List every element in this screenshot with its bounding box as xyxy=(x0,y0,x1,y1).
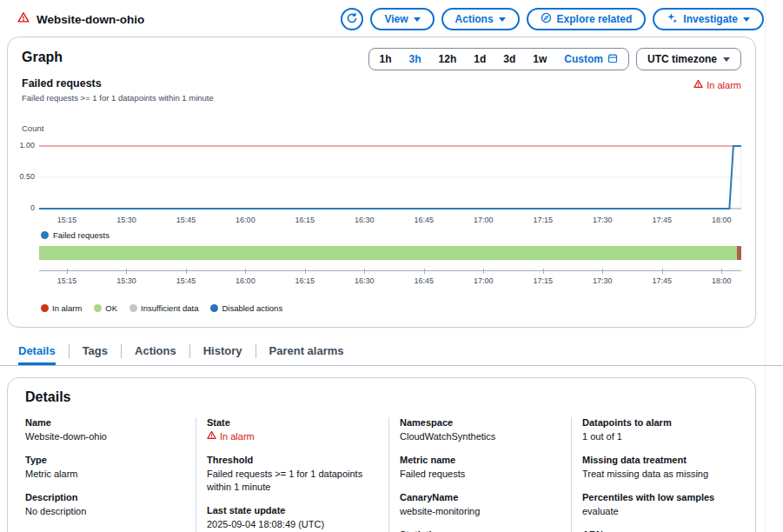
series-legend-item[interactable]: Failed requests xyxy=(39,230,741,240)
refresh-button[interactable] xyxy=(341,8,363,30)
time-range-1d[interactable]: 1d xyxy=(465,49,494,70)
time-range-1h[interactable]: 1h xyxy=(371,49,401,70)
timezone-select[interactable]: UTC timezone xyxy=(636,48,741,70)
x-tick-label: 16:45 xyxy=(415,216,435,224)
details-column: NameWebsite-down-ohioTypeMetric alarmDes… xyxy=(25,417,196,532)
actions-button[interactable]: Actions xyxy=(441,8,520,30)
in-alarm-badge: In alarm xyxy=(693,79,741,90)
series-legend-dot xyxy=(41,231,49,239)
details-column: NamespaceCloudWatchSyntheticsMetric name… xyxy=(389,417,572,532)
plot-area: 1.000.500 15:1515:3015:4516:0016:1516:30… xyxy=(39,139,741,313)
details-column: Datapoints to alarm1 out of 1Missing dat… xyxy=(572,417,773,532)
band-segment-in-alarm xyxy=(737,246,741,260)
time-range-1w[interactable]: 1w xyxy=(524,49,555,70)
field-percentiles-with-low-samples: Percentiles with low samplesevaluate xyxy=(582,492,760,518)
explore-related-icon xyxy=(541,12,552,26)
x-tick-label: 18:00 xyxy=(712,276,732,285)
time-range-3h[interactable]: 3h xyxy=(401,49,430,70)
scrollbar-track[interactable] xyxy=(765,0,766,532)
investigate-button[interactable]: Investigate xyxy=(653,8,764,30)
field-state: StateIn alarm xyxy=(207,417,376,443)
field-type: TypeMetric alarm xyxy=(25,455,183,481)
y-tick-label: 0 xyxy=(30,203,35,213)
explore-related-button[interactable]: Explore related xyxy=(527,8,647,30)
x-tick-label: 16:00 xyxy=(236,216,255,224)
time-range-3d[interactable]: 3d xyxy=(494,49,524,70)
metric-header-row: Failed requests Failed requests >= 1 for… xyxy=(22,77,741,103)
x-tick-label: 17:15 xyxy=(533,276,553,285)
state-legend-in-alarm: In alarm xyxy=(41,303,82,313)
field-canaryname: CanaryNamewebsite-monitoring xyxy=(400,492,559,518)
field-value: In alarm xyxy=(220,430,255,443)
tab-parent-alarms[interactable]: Parent alarms xyxy=(269,344,344,365)
chevron-down-icon xyxy=(414,17,421,22)
field-label: Metric name xyxy=(400,455,559,465)
graph-header: Graph 1h3h12h1d3d1wCustom UTC timezone xyxy=(22,48,741,70)
tick-mark xyxy=(126,269,127,274)
x-tick-label: 17:30 xyxy=(593,216,613,224)
field-value: Failed requests >= 1 for 1 datapoints wi… xyxy=(207,468,376,494)
time-range-custom[interactable]: Custom xyxy=(555,49,627,70)
field-last-state-update: Last state update2025-09-04 18:08:49 (UT… xyxy=(207,505,376,531)
field-threshold: ThresholdFailed requests >= 1 for 1 data… xyxy=(207,455,376,494)
legend-dot xyxy=(94,304,102,312)
series-legend-label: Failed requests xyxy=(53,230,109,240)
alarm-warning-icon xyxy=(207,430,216,443)
y-tick-label: 0.50 xyxy=(19,172,35,182)
field-metric-name: Metric nameFailed requests xyxy=(400,455,559,481)
field-value: 2025-09-04 18:08:49 (UTC) xyxy=(207,518,376,531)
tick-mark xyxy=(602,269,603,274)
tab-divider xyxy=(69,344,70,358)
metric-chart[interactable] xyxy=(39,139,741,212)
tab-details[interactable]: Details xyxy=(18,344,56,365)
metric-subtitle: Failed requests >= 1 for 1 datapoints wi… xyxy=(22,93,214,103)
x-tick-label: 16:15 xyxy=(295,276,315,285)
x-tick-label: 16:30 xyxy=(355,276,375,285)
field-label: Namespace xyxy=(400,417,559,428)
tab-tags[interactable]: Tags xyxy=(83,344,108,365)
x-tick-label: 15:30 xyxy=(116,216,136,224)
field-label: CanaryName xyxy=(400,492,559,502)
field-value: website-monitoring xyxy=(400,505,559,518)
x-tick-label: 15:45 xyxy=(176,216,196,224)
timezone-label: UTC timezone xyxy=(647,53,717,65)
field-statistic: StatisticSum xyxy=(400,529,559,532)
legend-dot xyxy=(129,304,137,312)
details-panel: Details NameWebsite-down-ohioTypeMetric … xyxy=(7,377,756,532)
field-value: Metric alarm xyxy=(25,468,183,481)
legend-dot xyxy=(41,304,49,312)
x-axis-ticks: 15:1515:3015:4516:0016:1516:3016:4517:00… xyxy=(39,216,741,228)
field-value: Failed requests xyxy=(400,468,559,481)
tab-actions[interactable]: Actions xyxy=(135,344,176,365)
calendar-icon xyxy=(607,53,618,66)
explore-related-label: Explore related xyxy=(557,13,633,25)
tick-mark xyxy=(305,269,306,274)
chart-svg xyxy=(39,139,741,212)
field-label: Missing data treatment xyxy=(582,455,760,465)
field-value: Treat missing data as missing xyxy=(582,468,760,481)
tick-mark xyxy=(67,269,68,274)
field-label: Last state update xyxy=(207,505,376,515)
x-tick-label: 15:30 xyxy=(116,276,136,285)
alarm-warning-icon xyxy=(693,79,703,90)
x-tick-label: 17:45 xyxy=(652,216,672,224)
alarm-state-band xyxy=(39,246,741,260)
actions-button-label: Actions xyxy=(455,13,494,25)
x-tick-label: 15:15 xyxy=(57,216,77,224)
view-button[interactable]: View xyxy=(370,8,434,30)
metric-title: Failed requests xyxy=(22,77,214,90)
x-tick-label: 18:00 xyxy=(712,216,732,224)
field-name: NameWebsite-down-ohio xyxy=(25,417,183,443)
metric-title-block: Failed requests Failed requests >= 1 for… xyxy=(22,77,214,103)
time-range-12h[interactable]: 12h xyxy=(430,49,466,70)
x-tick-label: 16:15 xyxy=(295,216,315,224)
legend-label: Disabled actions xyxy=(222,303,282,313)
field-label: Threshold xyxy=(207,455,376,465)
field-value: evaluate xyxy=(582,505,760,518)
field-arn: ARN xyxy=(582,529,760,532)
custom-range-label: Custom xyxy=(564,53,603,65)
chevron-down-icon xyxy=(499,17,506,22)
tab-history[interactable]: History xyxy=(203,344,242,365)
field-label: Name xyxy=(25,417,183,428)
field-label: ARN xyxy=(582,529,760,532)
